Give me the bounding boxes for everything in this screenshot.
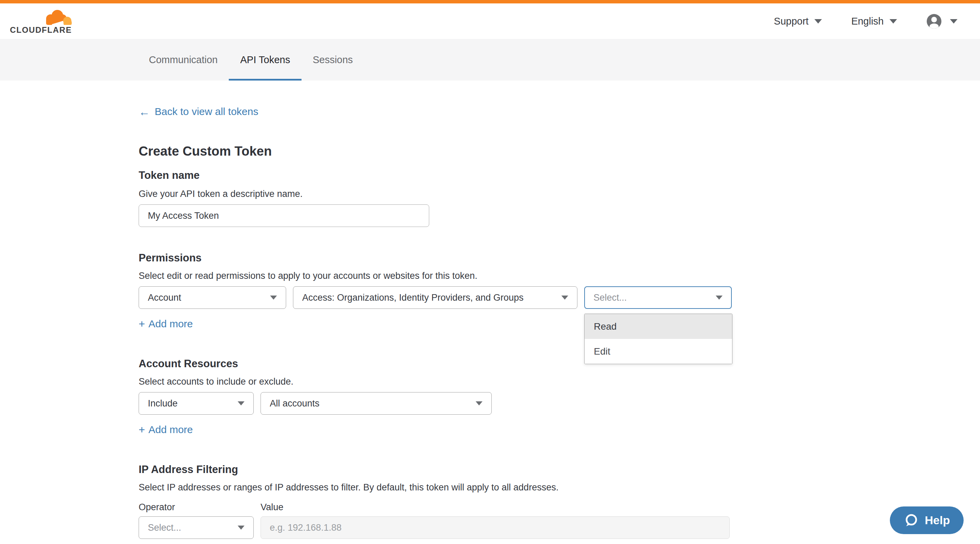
permissions-heading: Permissions (138, 252, 785, 265)
permissions-add-more-link[interactable]: + Add more (138, 318, 193, 330)
permissions-description: Select edit or read permissions to apply… (138, 270, 785, 282)
tab-communication[interactable]: Communication (138, 39, 229, 81)
account-resources-row: Include All accounts (138, 392, 785, 415)
site-header: CLOUDFLARE Support English (0, 3, 980, 39)
chevron-down-icon (950, 19, 958, 24)
language-menu-label: English (851, 16, 884, 27)
chevron-down-icon (889, 19, 897, 24)
main-content: ← Back to view all tokens Create Custom … (0, 81, 785, 539)
tab-sessions[interactable]: Sessions (302, 39, 364, 81)
ip-value-input (261, 516, 730, 539)
ip-filtering-section: IP Address Filtering Select IP addresses… (138, 463, 785, 539)
tab-bar: Communication API Tokens Sessions (0, 39, 980, 81)
cloudflare-logo-text: CLOUDFLARE (10, 26, 75, 34)
permission-scope-select[interactable]: Account (138, 286, 286, 309)
support-menu-label: Support (774, 16, 808, 27)
chat-bubble-icon (904, 513, 918, 528)
permission-scope-value: Account (148, 292, 181, 303)
token-name-description: Give your API token a descriptive name. (138, 188, 785, 200)
back-link-label: Back to view all tokens (155, 105, 258, 118)
account-menu[interactable] (926, 14, 958, 29)
account-resources-description: Select accounts to include or exclude. (138, 376, 785, 387)
tab-api-tokens[interactable]: API Tokens (229, 39, 301, 81)
permissions-row: Account Access: Organizations, Identity … (138, 286, 785, 309)
ip-field-labels: Operator Value (138, 501, 785, 513)
ip-filtering-description: Select IP addresses or ranges of IP addr… (138, 482, 785, 493)
access-option-read[interactable]: Read (585, 314, 732, 339)
plus-icon: + (138, 319, 145, 329)
chevron-down-icon (270, 295, 277, 300)
resource-scope-select[interactable]: All accounts (261, 392, 492, 415)
back-to-tokens-link[interactable]: ← Back to view all tokens (138, 105, 258, 118)
token-name-section: Token name Give your API token a descrip… (138, 169, 785, 227)
token-name-heading: Token name (138, 169, 785, 182)
account-resources-add-more-label: Add more (148, 423, 193, 436)
chevron-down-icon (815, 19, 822, 24)
top-accent-bar (0, 0, 980, 3)
access-dropdown-menu: Read Edit (584, 314, 732, 364)
ip-operator-placeholder: Select... (148, 522, 181, 533)
account-resources-add-more-link[interactable]: + Add more (138, 423, 193, 436)
ip-filtering-row: Select... (138, 516, 785, 539)
permission-access-select-wrap: Select... Read Edit (584, 286, 732, 309)
token-name-input[interactable] (138, 205, 429, 227)
chevron-down-icon (238, 401, 245, 406)
header-nav: Support English (774, 14, 958, 29)
value-label: Value (261, 501, 283, 513)
account-resources-section: Account Resources Select accounts to inc… (138, 357, 785, 436)
chevron-down-icon (562, 295, 568, 300)
ip-filtering-heading: IP Address Filtering (138, 463, 785, 476)
chevron-down-icon (476, 401, 482, 406)
permissions-add-more-label: Add more (148, 318, 193, 330)
resource-mode-select[interactable]: Include (138, 392, 254, 415)
permission-access-placeholder: Select... (593, 292, 627, 303)
user-avatar-icon (926, 14, 942, 29)
permission-group-select[interactable]: Access: Organizations, Identity Provider… (293, 286, 578, 309)
plus-icon: + (138, 424, 145, 435)
ip-operator-select[interactable]: Select... (138, 516, 254, 539)
support-menu[interactable]: Support (774, 16, 822, 27)
back-arrow-icon: ← (138, 106, 150, 117)
chevron-down-icon (238, 526, 245, 530)
permissions-section: Permissions Select edit or read permissi… (138, 252, 785, 330)
permission-access-select[interactable]: Select... (584, 286, 732, 309)
chevron-down-icon (716, 295, 722, 300)
page-title: Create Custom Token (138, 144, 785, 159)
cloudflare-cloud-icon (42, 8, 73, 25)
help-button[interactable]: Help (890, 506, 964, 534)
help-button-label: Help (925, 514, 950, 527)
resource-mode-value: Include (148, 398, 178, 409)
access-option-edit[interactable]: Edit (585, 339, 732, 364)
operator-label: Operator (138, 501, 261, 513)
cloudflare-logo[interactable]: CLOUDFLARE (10, 8, 75, 34)
resource-scope-value: All accounts (270, 398, 320, 409)
permission-group-value: Access: Organizations, Identity Provider… (302, 292, 523, 303)
language-menu[interactable]: English (851, 16, 897, 27)
